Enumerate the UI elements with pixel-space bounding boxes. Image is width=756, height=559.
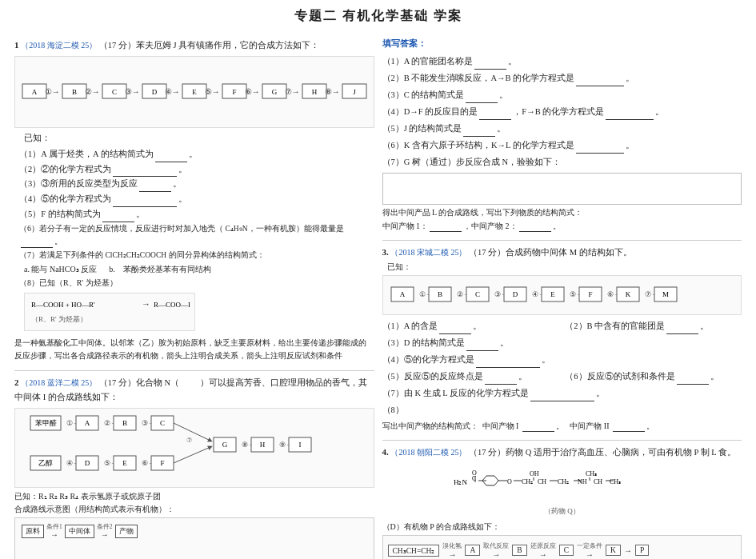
q3-synthesis-diagram: A ①→ B ②→ C ③→ D ④→ E ⑤→ xyxy=(382,275,742,315)
svg-text:J: J xyxy=(353,88,356,96)
svg-text:⑦→: ⑦→ xyxy=(284,87,299,96)
svg-text:E: E xyxy=(192,88,197,96)
svg-text:OH: OH xyxy=(530,470,539,477)
svg-text:D: D xyxy=(152,88,158,96)
right-column: 填写答案： （1）A 的官能团名称是。 （2）B 不能发生消嗦反应，A→B 的化… xyxy=(382,38,742,559)
q1-synthesis-note: 是一种氨基酸化工中间体。以邻苯（乙）胺为初始原料，缺乏主要原材料，给出主要传递步… xyxy=(14,337,374,362)
svg-text:H: H xyxy=(260,441,266,449)
svg-text:K: K xyxy=(625,290,630,298)
svg-text:G: G xyxy=(222,441,228,449)
svg-text:乙醇: 乙醇 xyxy=(38,459,53,467)
svg-line-53 xyxy=(174,447,210,463)
svg-text:（R、R' 为烃基）: （R、R' 为烃基） xyxy=(31,315,87,323)
svg-text:D: D xyxy=(85,459,90,467)
svg-text:G: G xyxy=(272,88,278,96)
ans-5: （5）J 的结构简式是。 xyxy=(382,120,742,137)
synthesis-diagram-1: A ①→ B ②→ C ③→ D ④→ E ⑤→ xyxy=(14,56,374,128)
synthesis-route-box xyxy=(382,173,742,205)
q2-header: 2 （2018 蓝洋二模 25） （17 分）化合物 N（ ）可以提高芳香、口腔… xyxy=(14,375,374,405)
q3-ans-2: （2）B 中含有的官能团是。 xyxy=(565,317,742,334)
svg-text:D: D xyxy=(512,290,518,298)
q1-item4: （4）⑤的化学方程式为。 xyxy=(19,192,374,207)
svg-text:A: A xyxy=(399,290,405,298)
left-column: 1 （2018 海淀二模 25） （17 分）苯夫厄姆 J 具有镇痛作用，它的合… xyxy=(14,38,374,559)
q1-item1: （1）A 属于烃类，A 的结构简式为。 xyxy=(19,147,374,162)
svg-line-52 xyxy=(174,423,210,441)
svg-text:CH: CH xyxy=(538,478,546,485)
ans-6: （6）K 含有六原子环结构，K→L 的化学方程式是。 xyxy=(382,137,742,154)
svg-text:R—COOH + HO—R': R—COOH + HO—R' xyxy=(31,301,95,309)
q3-known: 已知： xyxy=(387,262,742,273)
svg-text:苯甲醛: 苯甲醛 xyxy=(34,419,56,427)
svg-text:NH: NH xyxy=(578,478,587,485)
right-q3: 3. （2018 宋城二模 25） （17 分）合成药物中间体 M 的结构如下。… xyxy=(382,245,742,432)
divider-3 xyxy=(382,440,742,441)
svg-text:H: H xyxy=(312,88,318,96)
svg-text:CH: CH xyxy=(594,478,602,485)
svg-text:B: B xyxy=(437,290,442,298)
svg-text:O: O xyxy=(472,469,477,477)
svg-text:CH₂: CH₂ xyxy=(522,478,533,485)
svg-text:CH₃: CH₃ xyxy=(610,478,621,485)
path-line: 原料 条件1 → 中间体 条件2 → 产物 xyxy=(22,524,367,539)
right-q4: 4. （2018 朝阳二模 25） （17 分）药物 Q 适用于治疗高血压、心脑… xyxy=(382,445,742,559)
svg-text:→: → xyxy=(142,299,150,309)
svg-text:O: O xyxy=(507,478,512,485)
known-formula-diagram: R—COOH + HO—R' → R—COO—R' + H₂O （R、R' 为烃… xyxy=(24,293,195,331)
svg-text:①→: ①→ xyxy=(44,87,59,96)
synthesis-path-q4: CH₃CH=CH₂ 溴化氢 → A 取代反应 → B 还原反应 xyxy=(388,542,737,559)
ans-7: （7）G 树（通过）步反应合成 N，验验如下： xyxy=(382,154,742,170)
svg-text:C: C xyxy=(160,419,165,427)
svg-text:③→: ③→ xyxy=(124,87,139,96)
q3-ans-7: （7）由 K 生成 L 反应的化学方程式是。 xyxy=(382,385,742,401)
question-2: 2 （2018 蓝洋二模 25） （17 分）化合物 N（ ）可以提高芳香、口腔… xyxy=(14,375,374,559)
q3-intermediate: 写出中间产物的结构简式： 中间产物 I 。 中间产物 II 。 xyxy=(382,421,742,432)
svg-text:F: F xyxy=(588,290,592,298)
q1-item5: （5）F 的结构简式为。 xyxy=(19,207,374,222)
q1-item8: （8）已知（R、R' 为烃基） xyxy=(19,276,374,290)
svg-text:CH₂: CH₂ xyxy=(558,478,569,485)
divider-2 xyxy=(382,240,742,241)
q1-item2: （2）②的化学方程式为。 xyxy=(19,162,374,178)
q1-header: 1 （2018 海淀二模 25） （17 分）苯夫厄姆 J 具有镇痛作用，它的合… xyxy=(14,38,374,53)
svg-text:H₂N: H₂N xyxy=(454,478,467,486)
drug-q-structure: H₂N C O O CH₂ OH xyxy=(382,465,742,517)
drug-q-label: （药物 Q） xyxy=(382,506,742,517)
ans-4: （4）D→F 的反应目的是，F→B 的化学方程式是。 xyxy=(382,103,742,120)
svg-text:C: C xyxy=(474,290,479,298)
ans-3: （3）C 的结构简式是。 xyxy=(382,86,742,103)
svg-text:⑧→: ⑧→ xyxy=(324,87,339,96)
right-q1-answers: 填写答案： （1）A 的官能团名称是。 （2）B 不能发生消嗦反应，A→B 的化… xyxy=(382,38,742,232)
ans-2: （2）B 不能发生消嗦反应，A→B 的化学方程式是。 xyxy=(382,70,742,86)
svg-text:B: B xyxy=(122,419,127,427)
svg-text:E: E xyxy=(550,290,555,298)
q2-synthesis-path: 原料 条件1 → 中间体 条件2 → 产物 xyxy=(14,517,374,559)
q1-item3: （3）③所用的反应类型为反应。 xyxy=(19,177,374,192)
intermediate-text: 得出中间产品 L 的合成路线，写出下列物质的结构简式： xyxy=(382,207,742,218)
q3-ans-8: （8） xyxy=(382,401,742,418)
q3-answer-items: （1）A 的含是。 （2）B 中含有的官能团是。 （3）D 的结构简式是。 （4… xyxy=(382,317,742,418)
q3-ans-4: （4）⑤的化学方程式是。 xyxy=(382,351,742,368)
svg-text:F: F xyxy=(232,88,236,96)
svg-text:A: A xyxy=(85,419,90,427)
svg-text:⑥→: ⑥→ xyxy=(244,87,259,96)
svg-text:⑤→: ⑤→ xyxy=(204,87,219,96)
intermediate-items: 中间产物 1：，中间产物 2：。 xyxy=(382,221,742,232)
answer-items-1: （1）A 的官能团名称是。 （2）B 不能发生消嗦反应，A→B 的化学方程式是。… xyxy=(382,53,742,170)
q4-header: 4. （2018 朝阳二模 25） （17 分）药物 Q 适用于治疗高血压、心脑… xyxy=(382,445,742,460)
q3-header: 3. （2018 宋城二模 25） （17 分）合成药物中间体 M 的结构如下。 xyxy=(382,245,742,260)
q1-known: 已知： xyxy=(24,131,374,146)
svg-text:⑦: ⑦ xyxy=(186,437,192,444)
q3-ans-6: （6）反应⑤的试剂和条件是。 xyxy=(565,368,742,385)
svg-text:E: E xyxy=(122,459,127,467)
q1-conditions: a. 能与 NaHCO₃ 反应 b. 苯酚类烃基苯有有同结构 xyxy=(24,262,374,276)
svg-text:④→: ④→ xyxy=(164,87,179,96)
q4-sub: （D）有机物 P 的合成路线如下： xyxy=(382,521,742,533)
answer-header: 填写答案： xyxy=(382,38,742,50)
svg-text:F: F xyxy=(160,459,164,467)
q1-item6: （6）若分子有一定的反应情境，反应进行时对加入地壳（ C₄H₉N，一种有机胺）能… xyxy=(19,222,374,248)
page-container: 专题二 有机化学基础 学案 1 （2018 海淀二模 25） （17 分）苯夫厄… xyxy=(0,0,756,559)
svg-text:M: M xyxy=(662,290,668,298)
q2-known-note: 已知：R₁ R₂ R₃ R₄ 表示氢原子或烷原子团 xyxy=(14,491,374,502)
q1-item7: （7）若满足下列条件的 ClCH₂CH₂COOCH 的同分异构体的结构简式： xyxy=(19,248,374,262)
